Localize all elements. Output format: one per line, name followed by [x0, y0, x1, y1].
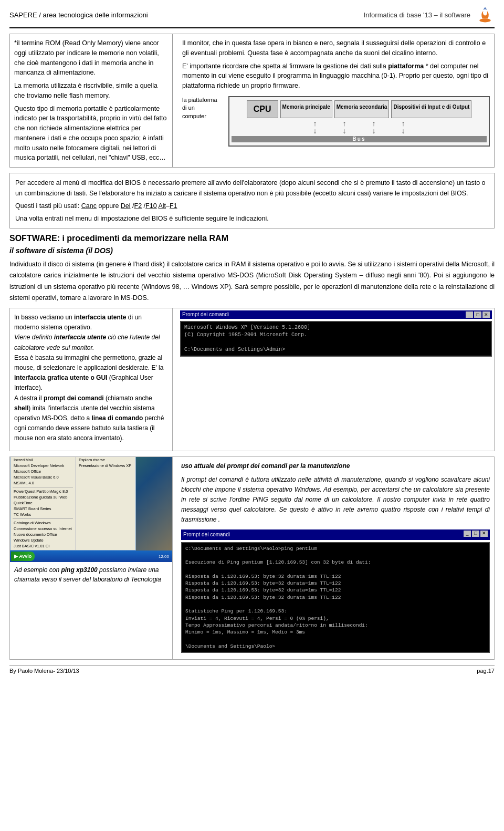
- cmd-buttons-1: _ □ ✕: [466, 311, 490, 318]
- cmd2-line-8: Risposta da 1.120.169.53: byte=32 durata…: [185, 594, 486, 601]
- mem2-arrows: ↑ ↓: [360, 120, 387, 134]
- arrows-row: ↑ ↓ ↑ ↓ ↑ ↓ ↑ ↓: [232, 120, 487, 134]
- cpu-arrows: ↑ ↓: [301, 120, 329, 134]
- header-right-text: Informatica di base '13 – il software: [364, 11, 470, 19]
- desktop-caption: Ad esempio con ping xp3100 possiamo invi…: [10, 562, 172, 587]
- start-item-r7[interactable]: Presentazione di Windows XP: [78, 463, 133, 469]
- footer-right: pag.17: [477, 668, 495, 674]
- first-section: *il termine ROM (Read Only Memory) viene…: [9, 34, 495, 168]
- ping-caption: uso attuale del prompt dei comandi per l…: [181, 461, 490, 471]
- diagram-label-3: computer: [182, 113, 206, 119]
- bios-text-2: Questi i tasti più usati: Canc oppure De…: [15, 201, 489, 211]
- devices-arrows: ↑ ↓: [390, 120, 417, 134]
- cmd-maximize-btn[interactable]: □: [474, 311, 481, 318]
- cmd-content-1: Microsoft Windows XP [Versione 5.1.2600]…: [180, 321, 492, 357]
- header-left-text: SAPERE / area tecnologica delle informaz…: [9, 11, 148, 19]
- start-menu-right-col: Accesso facilitato Giochi LGIO di sistem…: [76, 457, 135, 550]
- menu-sep-2: [13, 518, 73, 519]
- cpu-box: CPU: [247, 100, 278, 118]
- left-text-1: *il termine ROM (Read Only Memory) viene…: [14, 38, 168, 78]
- bus-bar: Bus: [232, 136, 487, 142]
- cmd2-line-5: Risposta da 1.120.169.53: byte=32 durata…: [185, 573, 486, 580]
- computer-diagram: la piattaforma di un computer CPU Memori…: [182, 96, 490, 147]
- left-text-3: Questo tipo di memoria portatile è parti…: [14, 104, 168, 163]
- start-button[interactable]: ▶ Avvio: [11, 552, 35, 561]
- cmd2-line-11: Inviati = 4, Ricevuti = 4, Persi = 0 (0%…: [185, 615, 486, 622]
- start-item-10[interactable]: MSXML 4.0: [13, 480, 73, 486]
- java-logo-icon: [476, 5, 495, 24]
- start-item-r6[interactable]: Esplora risorse: [78, 457, 133, 463]
- start-item-15[interactable]: TC Works: [13, 512, 73, 517]
- start-item-12[interactable]: Pubblicazione guidata sul Web: [13, 494, 73, 500]
- start-item-17[interactable]: Connessione accesso su Internet: [13, 526, 73, 532]
- cmd-window-1: Prompt dei comandi _ □ ✕ Microsoft Windo…: [180, 310, 492, 357]
- cmd2-line-3: Esecuzione di Ping pentium [1.120.169.53…: [185, 559, 486, 566]
- svg-point-0: [479, 18, 491, 22]
- right-column: Il monitor, che in questa fase opera in …: [178, 34, 494, 167]
- left-text-2: La memoria utilizzata è riscrivibile, si…: [14, 81, 168, 101]
- diagram-label-1: la piattaforma: [182, 97, 217, 103]
- desktop-screenshot: 🖥 Risorse 📁 Documenti Avvio Adobe CyberL…: [10, 457, 172, 562]
- bus-label: Bus: [353, 135, 366, 143]
- bios-text-3: Una volta entrati nel menu di impostazio…: [15, 213, 489, 224]
- start-item-16[interactable]: Catalogo di Windows: [13, 520, 73, 526]
- arrow-up-4: ↑: [402, 120, 405, 127]
- mem1-label: Memoria principale: [282, 104, 330, 110]
- cmd-line-1: Microsoft Windows XP [Versione 5.1.2600]: [184, 324, 488, 331]
- start-item-7[interactable]: Microsoft Developer Network: [13, 463, 73, 469]
- cmd2-line-14: [185, 636, 486, 642]
- cmd2-line-12: Tempo Approssimativo percorsi andata/rit…: [185, 622, 486, 629]
- arrow-down-1: ↓: [313, 127, 317, 134]
- cmd-window-2: Prompt dei comandi _ □ ✕ C:\Documents an…: [181, 529, 490, 653]
- taskbar: ▶ Avvio 12:00: [10, 550, 172, 562]
- il-dos-heading-text: il software di sistema (il DOS): [9, 246, 113, 255]
- cmd-close-btn[interactable]: ✕: [482, 311, 490, 318]
- start-item-6[interactable]: IncrediMail: [13, 457, 73, 463]
- ping-text: Il prompt dei comandi è tuttora utilizza…: [181, 475, 490, 525]
- arrow-up-1: ↑: [313, 120, 317, 127]
- cmd2-line-2: [185, 552, 486, 559]
- il-dos-heading: il software di sistema (il DOS): [9, 246, 495, 255]
- right-text-1: Il monitor, che in questa fase opera in …: [182, 38, 490, 58]
- start-item-11[interactable]: PowerQuest PartitionMagic 8.0: [13, 489, 73, 494]
- start-menu-left-col: Adobe CyberLink DVD Suite G Media 3D Aud…: [10, 457, 76, 550]
- interface-left-col: In basso vediamo un interfaccia utente d…: [10, 308, 173, 451]
- start-item-8[interactable]: Microsoft Office: [13, 469, 73, 474]
- cmd-title-2: Prompt dei comandi: [183, 531, 230, 539]
- interface-text: In basso vediamo un interfaccia utente d…: [14, 313, 168, 443]
- cmd-minimize-btn-2[interactable]: _: [464, 531, 471, 537]
- cmd-title-1: Prompt dei comandi: [182, 311, 229, 318]
- cmd2-line-6: Risposta da 1.120.169.53: byte=32 durata…: [185, 580, 486, 587]
- cmd2-line-9: [185, 601, 486, 608]
- start-item-9[interactable]: Microsoft Visual Basic 6.0: [13, 474, 73, 480]
- cmd2-line-1: C:\Documents and Settings\Paolo>ping pen…: [185, 545, 486, 552]
- mem1-arrows: ↑ ↓: [331, 120, 358, 134]
- header-right: Informatica di base '13 – il software: [364, 5, 495, 24]
- mem2-label: Memoria secondaria: [337, 104, 387, 110]
- arrow-down-2: ↓: [343, 127, 346, 134]
- arrow-down-4: ↓: [402, 127, 405, 134]
- cmd-content-2: C:\Documents and Settings\Paolo>ping pen…: [181, 542, 490, 653]
- left-column: *il termine ROM (Read Only Memory) viene…: [10, 34, 173, 167]
- start-item-19[interactable]: Windows Update: [13, 537, 73, 543]
- arrow-up-2: ↑: [343, 120, 346, 127]
- cmd-maximize-btn-2[interactable]: □: [472, 531, 479, 537]
- cmd-line-2: (C) Copyright 1985-2001 Microsoft Corp.: [184, 331, 488, 339]
- devices-box: Dispositivi di Input e di Output: [391, 100, 471, 118]
- menu-sep-1: [13, 487, 73, 487]
- software-heading-text: SOFTWARE: i procedimenti da memorizzare …: [9, 234, 228, 243]
- cmd-minimize-btn[interactable]: _: [466, 311, 473, 318]
- body-para-1: Individuato il disco di sistema (in gene…: [9, 259, 495, 304]
- start-item-20[interactable]: Just BASIC v1.01 CI: [13, 543, 73, 549]
- piattaforma-word: piattaforma: [388, 63, 424, 70]
- start-item-18[interactable]: Nuovo documento Office: [13, 532, 73, 537]
- arrow-up-3: ↑: [372, 120, 376, 127]
- devices-label: Dispositivi di Input e di Output: [393, 104, 469, 110]
- page-footer: By Paolo Molena- 23/10/13 pag.17: [9, 665, 495, 674]
- cmd2-line-4: [185, 566, 486, 573]
- desktop-right-col: uso attuale del prompt dei comandi per l…: [177, 457, 494, 659]
- cmd-close-btn-2[interactable]: ✕: [480, 531, 488, 537]
- interface-right-col: Prompt dei comandi _ □ ✕ Microsoft Windo…: [178, 308, 494, 451]
- start-item-14[interactable]: SMART Board Series: [13, 506, 73, 512]
- start-item-13[interactable]: QuickTime: [13, 500, 73, 506]
